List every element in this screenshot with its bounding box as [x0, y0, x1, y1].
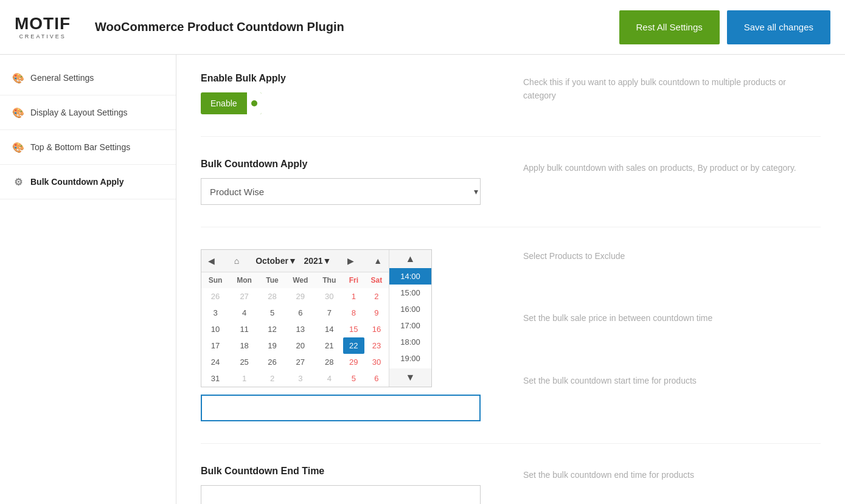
cal-cell[interactable]: 9 [364, 305, 389, 321]
start-time-input[interactable] [201, 395, 481, 421]
time-item[interactable]: 18:00 [389, 334, 431, 350]
calendar: ◀ ⌂ October▼ 2021▼ ▶ ▲ [201, 250, 389, 387]
cal-cell[interactable]: 4 [316, 370, 343, 387]
cal-up-button[interactable]: ▲ [370, 255, 385, 267]
section-right-bulk: Apply bulk countdown with sales on produ… [523, 159, 821, 174]
sidebar-item-general[interactable]: 🎨 General Settings [0, 61, 176, 95]
cal-cell[interactable]: 31 [201, 370, 229, 387]
cal-day-tue: Tue [259, 272, 285, 288]
cal-cell[interactable]: 26 [201, 288, 229, 305]
bulk-apply-select[interactable]: Product Wise Category Wise [201, 178, 481, 205]
save-button[interactable]: Save all changes [727, 10, 830, 44]
cal-cell[interactable]: 27 [285, 354, 316, 370]
cal-cell[interactable]: 3 [201, 305, 229, 321]
section-right-multi: Select Products to Exclude Set the bulk … [523, 249, 821, 421]
time-down-button[interactable]: ▼ [389, 368, 431, 387]
toggle-switch [247, 92, 262, 114]
cal-cell[interactable]: 12 [259, 321, 285, 337]
cal-cell[interactable]: 11 [229, 321, 259, 337]
logo: MOTIF CREATIVES [15, 15, 71, 40]
cal-cell[interactable]: 10 [201, 321, 229, 337]
cal-home-button[interactable]: ⌂ [231, 255, 242, 267]
cal-cell[interactable]: 29 [343, 354, 364, 370]
section-left-calendar: ◀ ⌂ October▼ 2021▼ ▶ ▲ [201, 249, 487, 421]
cal-cell[interactable]: 21 [316, 337, 343, 354]
bullet-icon-bulk: ⚙ [12, 176, 24, 188]
cal-cell[interactable]: 8 [343, 305, 364, 321]
cal-cell[interactable]: 1 [229, 370, 259, 387]
cal-cell[interactable]: 6 [364, 370, 389, 387]
cal-cell[interactable]: 16 [364, 321, 389, 337]
time-item[interactable]: 17:00 [389, 317, 431, 334]
section-bulk-apply: Bulk Countdown Apply Product Wise Catego… [201, 159, 821, 227]
sidebar-item-topbar[interactable]: 🎨 Top & Bottom Bar Settings [0, 130, 176, 165]
time-item[interactable]: 19:00 [389, 350, 431, 367]
section-start-time-outer: ◀ ⌂ October▼ 2021▼ ▶ ▲ [201, 249, 821, 444]
cal-cell[interactable]: 26 [259, 354, 285, 370]
sidebar: 🎨 General Settings 🎨 Display & Layout Se… [0, 55, 176, 504]
cal-cell[interactable]: 30 [364, 354, 389, 370]
time-up-button[interactable]: ▲ [389, 250, 431, 268]
logo-sub: CREATIVES [15, 33, 71, 40]
sidebar-item-display[interactable]: 🎨 Display & Layout Settings [0, 95, 176, 130]
cal-cell[interactable]: 15 [343, 321, 364, 337]
sidebar-label-general: General Settings [30, 73, 94, 83]
cal-cell[interactable]: 23 [364, 337, 389, 354]
toggle-text: Enable [201, 98, 247, 108]
cal-cell[interactable]: 5 [343, 370, 364, 387]
start-time-input-wrapper [201, 395, 487, 421]
reset-button[interactable]: Rest All Settings [619, 10, 720, 44]
cal-week-1: 3456789 [201, 305, 389, 321]
end-time-input[interactable] [201, 485, 481, 504]
cal-prev-button[interactable]: ◀ [205, 255, 218, 267]
cal-cell[interactable]: 7 [316, 305, 343, 321]
cal-cell[interactable]: 3 [285, 370, 316, 387]
enable-toggle[interactable]: Enable [201, 92, 262, 114]
sale-price-help: Set the bulk sale price in between count… [523, 311, 821, 325]
cal-cell[interactable]: 13 [285, 321, 316, 337]
cal-cell[interactable]: 20 [285, 337, 316, 354]
cal-cell[interactable]: 22 [343, 337, 364, 354]
cal-cell[interactable]: 1 [343, 288, 364, 305]
cal-year: 2021 [304, 256, 322, 266]
cal-cell[interactable]: 14 [316, 321, 343, 337]
app-wrapper: MOTIF CREATIVES WooCommerce Product Coun… [0, 0, 845, 504]
cal-days-header-row: Sun Mon Tue Wed Thu Fri Sat [201, 272, 389, 288]
time-list: 14:0015:0016:0017:0018:0019:00 [389, 268, 431, 368]
cal-cell[interactable]: 17 [201, 337, 229, 354]
bulk-apply-label: Bulk Countdown Apply [201, 159, 487, 170]
dropdown-wrapper: Product Wise Category Wise ▾ [201, 178, 487, 205]
cal-cell[interactable]: 30 [316, 288, 343, 305]
end-time-label: Bulk Countdown End Time [201, 466, 487, 477]
cal-cell[interactable]: 28 [259, 288, 285, 305]
cal-cell[interactable]: 27 [229, 288, 259, 305]
body-wrapper: 🎨 General Settings 🎨 Display & Layout Se… [0, 55, 845, 504]
cal-day-fri: Fri [343, 272, 364, 288]
sidebar-item-bulk[interactable]: ⚙ Bulk Countdown Apply [0, 165, 176, 199]
section-right-end: Set the bulk countdown end time for prod… [523, 466, 821, 482]
section-end-time: Bulk Countdown End Time Set the bulk cou… [201, 466, 821, 504]
section-left-enable: Enable Bulk Apply Enable [201, 73, 487, 114]
cal-cell[interactable]: 29 [285, 288, 316, 305]
cal-cell[interactable]: 19 [259, 337, 285, 354]
cal-cell[interactable]: 18 [229, 337, 259, 354]
time-item[interactable]: 15:00 [389, 285, 431, 301]
cal-grid: Sun Mon Tue Wed Thu Fri Sat [201, 272, 389, 387]
cal-header: ◀ ⌂ October▼ 2021▼ ▶ ▲ [201, 250, 389, 272]
time-item[interactable]: 16:00 [389, 301, 431, 317]
cal-next-button[interactable]: ▶ [344, 255, 357, 267]
cal-cell[interactable]: 25 [229, 354, 259, 370]
cal-month-year: October▼ 2021▼ [256, 256, 331, 266]
cal-cell[interactable]: 24 [201, 354, 229, 370]
cal-cell[interactable]: 4 [229, 305, 259, 321]
cal-day-thu: Thu [316, 272, 343, 288]
time-item[interactable]: 14:00 [389, 268, 431, 285]
cal-cell[interactable]: 2 [259, 370, 285, 387]
cal-cell[interactable]: 28 [316, 354, 343, 370]
cal-week-3: 17181920212223 [201, 337, 389, 354]
cal-cell[interactable]: 5 [259, 305, 285, 321]
cal-day-wed: Wed [285, 272, 316, 288]
cal-cell[interactable]: 2 [364, 288, 389, 305]
cal-body: 2627282930123456789101112131415161718192… [201, 288, 389, 387]
cal-cell[interactable]: 6 [285, 305, 316, 321]
